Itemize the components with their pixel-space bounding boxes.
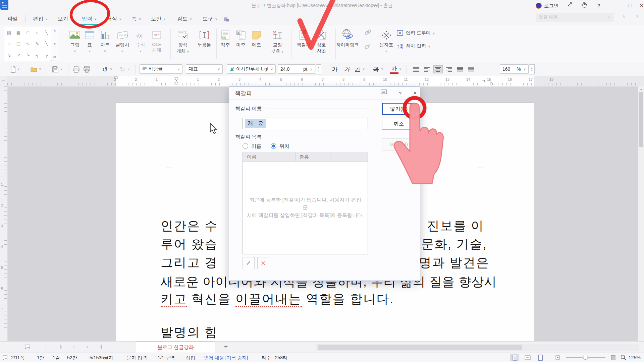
open-button[interactable] [30, 65, 38, 74]
chevron-down-icon[interactable]: ∨ [433, 32, 435, 35]
unlink-icon[interactable] [364, 43, 372, 50]
bookmark-dialog[interactable]: 책갈피 ? ✕ 책갈피 이름 개 요 책갈피 목록 이름 위치 이름 종류 최근… [229, 86, 420, 281]
font-size-input[interactable]: 24.0 pt∨ [278, 64, 315, 74]
menu-review[interactable]: 검토∨ [177, 14, 192, 24]
chevron-down-icon[interactable]: ∨ [385, 49, 388, 53]
ribbon-item-bookmark[interactable]: 책갈피 [294, 28, 313, 54]
shape-tool-icon[interactable]: ╲ [42, 38, 51, 49]
cancel-button[interactable]: 취소 [382, 118, 416, 130]
scrollbar-thumb[interactable] [318, 345, 522, 350]
shape-tool-icon[interactable]: └ [23, 50, 33, 61]
horizontal-ruler[interactable]: 321123456789101112131415161718 [7, 76, 644, 86]
dialog-feedback-icon[interactable] [381, 89, 389, 97]
bookmark-list[interactable]: 이름 종류 최근에 등록한 [책갈피]가 없습니다. 사용자가 편집 문 서에 … [243, 152, 368, 254]
chevron-up-icon[interactable]: ∧ [531, 67, 533, 69]
shape-tool-icon[interactable]: ↘ [4, 50, 14, 61]
ribbon-item-table[interactable]: 표 ∨ [82, 28, 98, 54]
shape-tool-icon[interactable]: ↗ [14, 50, 23, 61]
menu-page[interactable]: 쪽∨ [131, 14, 141, 24]
ribbon-item-input-assistant[interactable]: 입력 도우미 ∨ [396, 30, 435, 37]
find-input[interactable]: 찾을 내용 ∨ [536, 13, 613, 21]
strikethrough-button[interactable]: 과 [372, 65, 380, 74]
scrollbar-thumb[interactable] [639, 92, 643, 147]
list-header[interactable]: 이름 종류 [243, 152, 368, 162]
radio-label[interactable]: 위치 [279, 143, 289, 149]
customize-icon[interactable] [223, 16, 230, 22]
shape-tool-icon[interactable]: ▢ [14, 38, 23, 49]
shape-tool-icon[interactable]: ┌ [42, 50, 51, 61]
chevron-down-icon[interactable]: ∨ [74, 49, 76, 53]
add-tab-button[interactable]: + [224, 343, 228, 350]
thumbnail-view-icon[interactable] [24, 344, 31, 350]
find-close-icon[interactable]: ✕ [636, 14, 639, 19]
minimize-button[interactable]: ─ [612, 1, 623, 10]
italic-button[interactable]: 가 [342, 65, 351, 74]
palette-scroll[interactable]: ∧ ∨ ≫ [51, 27, 59, 60]
ribbon-item-proofread[interactable]: 교정 부호 ∨ [269, 28, 286, 54]
shape-tool-icon[interactable]: ┐ [33, 50, 42, 61]
dialog-close-icon[interactable]: ✕ [411, 89, 419, 97]
shape-tool-icon[interactable]: ✎ [33, 38, 42, 49]
chevron-down-icon[interactable]: ∨ [54, 42, 56, 46]
zoom-icon[interactable] [621, 355, 627, 361]
vertical-ruler[interactable]: 1234567 [0, 86, 8, 341]
scroll-up-icon[interactable]: ▲ [640, 87, 643, 91]
move-button[interactable]: 이동(M) [382, 138, 416, 150]
ribbon-item-field[interactable]: 누름틀 [195, 28, 214, 54]
ribbon-item-hanja[interactable]: 한자 입력 ∨ [396, 43, 430, 50]
ribbon-item-wordart[interactable]: 가나다 글맵시 ∨ [113, 28, 132, 54]
shape-palette[interactable]: ▤▦□○╲ ╭▢∿✎╲ ↘↗└┐┌ [4, 27, 52, 61]
width-fit-button[interactable] [523, 354, 532, 361]
zoom-slider-handle[interactable] [583, 355, 588, 360]
dialog-help-icon[interactable]: ? [396, 89, 404, 97]
align-center-button[interactable] [433, 65, 443, 73]
ribbon-item-hyperlink[interactable]: 하이퍼링크 [333, 28, 362, 54]
underline-button[interactable]: 가 [353, 65, 362, 74]
print-preview-button[interactable] [83, 65, 91, 74]
print-button[interactable] [72, 65, 80, 74]
menu-view[interactable]: 보기∨ [58, 14, 72, 24]
radio-label[interactable]: 이름 [251, 143, 261, 149]
chevron-down-icon[interactable]: ∨ [17, 67, 20, 71]
page-view-button[interactable] [511, 354, 519, 361]
chevron-down-icon[interactable]: ∨ [140, 49, 142, 53]
shape-tool-icon[interactable]: ╭ [4, 38, 14, 49]
ribbon-item-charmap[interactable]: 문자표 ∨ [378, 28, 395, 54]
close-button[interactable]: ✕ [637, 1, 644, 10]
column-name[interactable]: 이름 [247, 154, 257, 160]
delete-bookmark-button[interactable] [257, 257, 269, 269]
shape-tool-icon[interactable]: □ [23, 27, 33, 38]
indent-marker[interactable] [174, 77, 179, 85]
font-color-button[interactable]: 가 [390, 65, 398, 74]
ribbon-item-form[interactable]: 양식 개체 ∨ [174, 28, 192, 54]
touch-mode-icon[interactable] [581, 1, 591, 10]
chevron-down-icon[interactable]: ∨ [531, 69, 533, 72]
align-distribute-button[interactable] [455, 65, 465, 73]
preset-select[interactable]: 대표∨ [186, 64, 223, 74]
menu-tools[interactable]: 도구∨ [203, 14, 217, 24]
align-justify-button[interactable] [411, 65, 421, 73]
shape-tool-icon[interactable]: ○ [33, 27, 42, 38]
sort-by-name-radio[interactable] [243, 143, 248, 149]
menu-file[interactable]: 파일 [7, 14, 18, 24]
redo-button[interactable]: ↻ [118, 65, 127, 74]
menu-edit[interactable]: 편집∨ [33, 14, 48, 24]
shape-tool-icon[interactable]: ╲ [42, 27, 51, 38]
line-spacing-stepper[interactable]: ∧∨ [529, 64, 535, 74]
chevron-down-icon[interactable]: ∨ [89, 49, 91, 53]
page-fit-button[interactable] [536, 354, 545, 361]
font-size-stepper[interactable]: ∧∨ [316, 64, 321, 74]
maximize-button[interactable]: ☐ [625, 1, 635, 10]
status-track-changes[interactable]: 변경 내용 [기록 중지] [204, 355, 248, 361]
ribbon-item-equation[interactable]: √x 수식 ∨ [132, 28, 149, 54]
document-tab[interactable]: 블로그 한글강좌 [136, 342, 215, 353]
chevron-down-icon[interactable]: ∨ [399, 67, 401, 71]
resize-window-icon[interactable] [567, 1, 577, 10]
chevron-down-icon[interactable]: ∨ [187, 50, 189, 53]
expand-palette-icon[interactable]: ≫ [53, 55, 56, 59]
chevron-down-icon[interactable]: ∨ [428, 45, 430, 48]
chevron-down-icon[interactable]: ∨ [104, 49, 106, 53]
ribbon-item-memo[interactable]: 메모 [249, 28, 265, 54]
link-icon[interactable] [364, 28, 372, 36]
sort-by-position-radio[interactable] [271, 143, 276, 149]
